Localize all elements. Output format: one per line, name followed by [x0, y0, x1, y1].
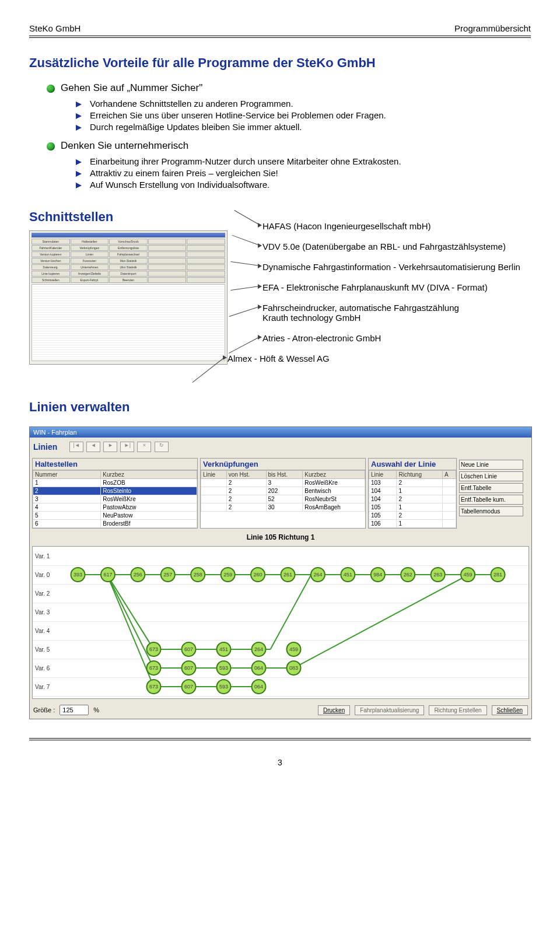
- neue-linie-button[interactable]: Neue Linie: [459, 460, 523, 470]
- table-row: 5NeuPastow: [33, 512, 197, 520]
- table-row: 1061: [369, 520, 456, 528]
- svg-text:257: 257: [163, 572, 172, 578]
- nav-last-button[interactable]: ►|: [120, 442, 134, 452]
- interface-item: VDV 5.0e (Datenübergabe an RBL- und Fahr…: [262, 242, 531, 251]
- nav-refresh-button[interactable]: ↻: [155, 442, 169, 452]
- table-row: 2RosSteinto: [33, 487, 197, 495]
- svg-text:261: 261: [284, 572, 292, 578]
- globe-text-1: Gehen Sie auf „Nummer Sicher": [61, 82, 202, 94]
- haltestellen-table[interactable]: NummerKurzbez 1RosZOB 2RosSteinto 3RosWe…: [33, 470, 197, 528]
- haltestellen-panel: Haltestellen NummerKurzbez 1RosZOB 2RosS…: [32, 458, 198, 529]
- svg-text:607: 607: [184, 646, 193, 652]
- window-title: WIN - Fahrplan: [30, 427, 531, 438]
- svg-text:083: 083: [289, 665, 298, 671]
- arrow-item: Durch regelmäßige Updates bleiben Sie im…: [76, 122, 531, 132]
- svg-line-6: [294, 575, 469, 668]
- arrow-item: Auf Wunsch Erstellung von Individualsoft…: [76, 180, 531, 190]
- svg-text:393: 393: [74, 572, 82, 578]
- arrow-item: Vorhandene Schnittstellen zu anderen Pro…: [76, 99, 531, 109]
- svg-text:451: 451: [344, 572, 352, 578]
- app-thumbnail: StammdatenHaltestellenVorschau/Druck Fah…: [29, 230, 228, 365]
- svg-line-3: [271, 575, 312, 649]
- panel-title: Haltestellen: [33, 459, 197, 470]
- arrow-item: Attraktiv zu einem fairen Preis – vergle…: [76, 168, 531, 178]
- table-row: 4PastowAbzw: [33, 503, 197, 512]
- table-row: 230RosAmBageh: [201, 503, 365, 512]
- svg-text:260: 260: [254, 572, 262, 578]
- svg-line-5: [107, 575, 154, 668]
- svg-text:459: 459: [289, 646, 298, 652]
- globe-item-1: Gehen Sie auf „Nummer Sicher": [47, 82, 531, 94]
- auswahl-panel: Auswahl der Linie LinieRichtungA 1032 10…: [368, 458, 457, 529]
- nav-cancel-button[interactable]: ×: [137, 442, 151, 452]
- nav-label: Linien: [33, 442, 57, 452]
- table-row: 3RosWeißKre: [33, 495, 197, 503]
- svg-text:593: 593: [219, 684, 228, 690]
- table-row: 6BroderstBf: [33, 520, 197, 528]
- side-buttons-panel: Neue Linie Löschen Linie Entf.Tabelle En…: [459, 458, 529, 529]
- richtung-button[interactable]: Richtung Erstellen: [429, 705, 487, 715]
- panel-title: Verknüpfungen: [201, 459, 365, 470]
- thumb-grid: [32, 284, 225, 361]
- section-schnittstellen: Schnittstellen: [29, 209, 228, 225]
- svg-text:593: 593: [219, 665, 228, 671]
- sublist-2: Einarbeitung ihrer Programm-Nutzer durch…: [76, 156, 531, 190]
- interface-item: Fahrscheindrucker, automatische Fahrgast…: [262, 303, 531, 323]
- page-header: SteKo GmbH Programmübersicht: [29, 23, 531, 33]
- table-row: 1042: [369, 495, 456, 503]
- table-row: 1051: [369, 503, 456, 512]
- page-number: 3: [29, 758, 531, 767]
- svg-text:984: 984: [373, 572, 382, 578]
- interface-item: Atries - Atron-electronic GmbH: [262, 333, 531, 343]
- globe-item-2: Denken Sie unternehmerisch: [47, 140, 531, 152]
- entf-tabelle-kum-button[interactable]: Entf.Tabelle kum.: [459, 495, 523, 505]
- svg-text:064: 064: [254, 684, 263, 690]
- svg-text:607: 607: [184, 665, 193, 671]
- svg-text:673: 673: [149, 684, 158, 690]
- verknuepfungen-panel: Verknüpfungen Linievon Hst.bis Hst.Kurzb…: [200, 458, 366, 529]
- svg-text:258: 258: [194, 572, 202, 578]
- table-row: 252RosNeubrSt: [201, 495, 365, 503]
- table-row: 1032: [369, 479, 456, 487]
- section-linien: Linien verwalten: [29, 400, 228, 415]
- svg-text:264: 264: [254, 646, 263, 652]
- nav-next-button[interactable]: ►: [103, 442, 117, 452]
- header-right: Programmübersicht: [454, 23, 531, 33]
- tabellenmodus-button[interactable]: Tabellenmodus: [459, 506, 523, 516]
- size-label: Größe :: [33, 706, 55, 713]
- entf-tabelle-button[interactable]: Entf.Tabelle: [459, 483, 523, 493]
- arrow-item: Einarbeitung ihrer Programm-Nutzer durch…: [76, 156, 531, 166]
- interface-item: Almex - Höft & Wessel AG: [228, 354, 531, 363]
- fahrplan-button[interactable]: Fahrplanaktualisierung: [355, 705, 424, 715]
- bottom-bar: Größe : % Drucken Fahrplanaktualisierung…: [30, 701, 531, 719]
- nav-prev-button[interactable]: ◄: [86, 442, 100, 452]
- auswahl-table[interactable]: LinieRichtungA 1032 1041 1042 1051 1052 …: [369, 470, 456, 528]
- svg-text:064: 064: [254, 665, 263, 671]
- schliessen-button[interactable]: Schließen: [492, 705, 528, 715]
- arrow-item: Erreichen Sie uns über unseren Hotline-S…: [76, 110, 531, 120]
- interface-item: EFA - Elektronische Fahrplanauskunft MV …: [262, 282, 531, 292]
- svg-line-2: [107, 575, 154, 649]
- main-title: Zusätzliche Vorteile für alle Programme …: [29, 55, 531, 71]
- drucken-button[interactable]: Drucken: [318, 705, 350, 715]
- table-row: 23RosWeißKre: [201, 479, 365, 487]
- globe-icon: [47, 85, 55, 93]
- svg-text:256: 256: [134, 572, 142, 578]
- table-row: 1052: [369, 512, 456, 520]
- svg-text:259: 259: [223, 572, 232, 578]
- svg-text:451: 451: [219, 646, 228, 652]
- thumb-titlebar: [32, 233, 225, 237]
- panel-title: Auswahl der Linie: [369, 459, 456, 470]
- verknuepfungen-table[interactable]: Linievon Hst.bis Hst.Kurzbez 23RosWeißKr…: [201, 470, 365, 512]
- thumb-toolbar: StammdatenHaltestellenVorschau/Druck Fah…: [32, 239, 225, 283]
- pct-label: %: [93, 706, 99, 713]
- interface-item: Dynamische Fahrgastinformation - Verkehr…: [262, 262, 531, 272]
- svg-text:607: 607: [184, 684, 193, 690]
- size-input[interactable]: [60, 705, 89, 715]
- loeschen-linie-button[interactable]: Löschen Linie: [459, 471, 523, 481]
- nav-first-button[interactable]: |◄: [69, 442, 83, 452]
- svg-text:262: 262: [404, 572, 412, 578]
- svg-text:264: 264: [313, 572, 322, 578]
- svg-text:281: 281: [494, 572, 502, 578]
- svg-text:263: 263: [433, 572, 442, 578]
